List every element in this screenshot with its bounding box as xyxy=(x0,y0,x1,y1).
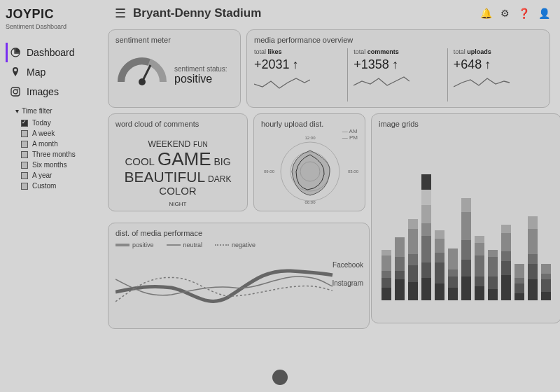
svg-text:03:00: 03:00 xyxy=(348,169,359,174)
svg-text:09:00: 09:00 xyxy=(264,169,275,174)
sidebar: JOYPIC Sentiment Dashboard Dashboard Map… xyxy=(0,0,105,392)
chevron-down-icon: ▾ xyxy=(15,107,19,115)
card-image-grids: image grids xyxy=(371,113,560,323)
stacked-bars xyxy=(379,132,554,300)
metric-uploads: total uploads +648↑ xyxy=(447,48,542,102)
nav-map[interactable]: Map xyxy=(6,62,99,82)
card-title: hourly upload dist. xyxy=(261,120,358,128)
filter-year[interactable]: A year xyxy=(21,170,99,181)
checkbox-icon xyxy=(21,172,28,179)
stacked-bar xyxy=(448,248,458,300)
metric-likes: total likes +2031↑ xyxy=(254,48,343,102)
metric-comments: total comments +1358↑ xyxy=(347,48,442,102)
nav-label: Map xyxy=(27,66,46,78)
time-filter-list: Today A week A month Three months Six mo… xyxy=(21,118,99,191)
checkbox-icon xyxy=(21,130,28,137)
checkbox-icon xyxy=(21,151,28,158)
card-title: image grids xyxy=(379,120,554,128)
stacked-bar xyxy=(461,198,471,300)
card-wordcloud: word cloud of comments WEEKENDFUNCOOLGAM… xyxy=(108,113,248,211)
user-icon[interactable]: 👤 xyxy=(538,8,550,19)
sentiment-status-value: positive xyxy=(174,73,227,85)
stacked-bar xyxy=(475,236,484,300)
stacked-bar xyxy=(408,219,418,300)
gear-icon[interactable]: ⚙ xyxy=(500,8,510,19)
bell-icon[interactable]: 🔔 xyxy=(480,8,492,19)
wordcloud-word: COOL xyxy=(125,156,155,167)
platform-label: Instagram xyxy=(332,279,363,287)
sentiment-status-label: sentiment status: xyxy=(174,65,227,73)
menu-icon[interactable]: ☰ xyxy=(115,6,126,21)
filter-custom[interactable]: Custom xyxy=(21,181,99,191)
svg-text:06:00: 06:00 xyxy=(304,200,316,204)
svg-rect-0 xyxy=(11,88,20,96)
card-title: media performance overview xyxy=(254,36,542,44)
arrow-up-icon: ↑ xyxy=(293,57,299,72)
nav-images[interactable]: Images xyxy=(6,82,99,102)
checkbox-icon xyxy=(21,141,28,148)
checkbox-icon xyxy=(21,120,28,127)
nav-label: Dashboard xyxy=(27,47,75,58)
wordcloud-word: GAME xyxy=(158,150,211,168)
wordcloud-body: WEEKENDFUNCOOLGAMEBIGBEAUTIFULDARKCOLORN… xyxy=(115,132,240,208)
pin-icon xyxy=(10,67,20,77)
card-title: sentiment meter xyxy=(115,36,233,44)
stacked-bar xyxy=(488,250,498,300)
app-logo: JOYPIC xyxy=(6,7,99,22)
nav-label: Images xyxy=(27,86,59,97)
wordcloud-word: DARK xyxy=(208,175,231,183)
instagram-icon xyxy=(10,87,20,97)
filter-today[interactable]: Today xyxy=(21,118,99,128)
dist-lines xyxy=(115,253,363,318)
wordcloud-word: FUN xyxy=(193,141,208,148)
time-filter-toggle[interactable]: ▾ Time filter xyxy=(15,107,99,115)
filter-month[interactable]: A month xyxy=(21,139,99,149)
home-indicator[interactable] xyxy=(272,370,288,385)
card-sentiment-meter: sentiment meter sentiment status: xyxy=(108,29,241,108)
card-title: word cloud of comments xyxy=(115,120,240,128)
wordcloud-word: BIG xyxy=(214,157,230,167)
gauge-icon xyxy=(115,48,169,102)
nav-dashboard[interactable]: Dashboard xyxy=(6,43,99,62)
arrow-up-icon: ↑ xyxy=(392,57,398,72)
card-media-dist: dist. of media performace positive neutr… xyxy=(108,223,370,329)
wordcloud-word: NIGHT xyxy=(169,202,187,207)
stacked-bar xyxy=(421,174,431,300)
wordcloud-word: COLOR xyxy=(159,186,196,196)
app-subtitle: Sentiment Dashboard xyxy=(6,23,99,30)
pie-chart-icon xyxy=(10,48,20,57)
page-title: Bryant-Denny Stadium xyxy=(133,6,261,20)
sparkline xyxy=(354,74,410,92)
stacked-bar xyxy=(395,237,405,300)
hourly-legend: — AM — PM xyxy=(342,128,358,141)
platform-label: Facebook xyxy=(332,261,363,269)
sparkline xyxy=(454,74,510,92)
sparkline xyxy=(254,74,310,92)
checkbox-icon xyxy=(21,183,28,190)
help-icon[interactable]: ❓ xyxy=(518,8,530,19)
card-media-overview: media performance overview total likes +… xyxy=(246,29,550,108)
svg-line-4 xyxy=(142,65,150,82)
filter-6months[interactable]: Six months xyxy=(21,160,99,170)
checkbox-icon xyxy=(21,162,28,169)
svg-point-2 xyxy=(18,89,19,90)
card-title: dist. of media performace xyxy=(115,229,362,237)
stacked-bar xyxy=(435,230,444,300)
stacked-bar xyxy=(528,216,538,300)
svg-point-1 xyxy=(13,90,18,94)
topbar: ☰ Bryant-Denny Stadium 🔔 ⚙ ❓ 👤 xyxy=(105,0,560,27)
radar-chart: 12:00 03:00 06:00 09:00 xyxy=(261,132,359,205)
stacked-bar xyxy=(514,264,524,300)
wordcloud-word: WEEKEND xyxy=(148,140,190,148)
card-hourly-upload: hourly upload dist. — AM — PM 12:00 03:0… xyxy=(253,113,365,211)
arrow-up-icon: ↑ xyxy=(484,57,491,72)
stacked-bar xyxy=(382,250,391,300)
svg-text:12:00: 12:00 xyxy=(304,136,316,140)
filter-3months[interactable]: Three months xyxy=(21,149,99,160)
stacked-bar xyxy=(541,264,551,300)
dist-legend: positive neutral negative xyxy=(115,241,362,248)
stacked-bar xyxy=(501,225,511,300)
wordcloud-word: BEAUTIFUL xyxy=(125,169,206,184)
filter-week[interactable]: A week xyxy=(21,128,99,139)
